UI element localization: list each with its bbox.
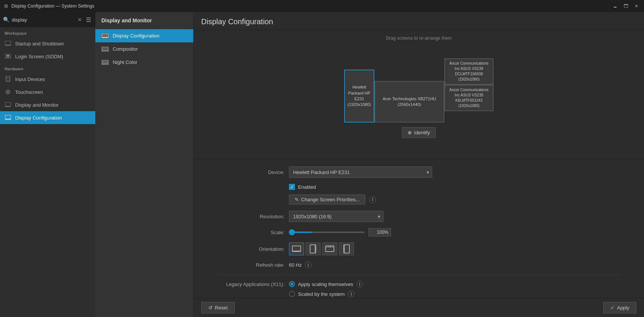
apply-label: Apply [617, 305, 629, 311]
apply-icon: ✓ [610, 305, 615, 311]
change-priorities-label: Change Screen Priorities... [301, 197, 360, 202]
orientation-row: Orientation: [216, 242, 621, 255]
svg-rect-19 [103, 48, 107, 50]
reset-icon: ↺ [208, 305, 213, 311]
monitor-acer-label: Acer Technologies XB271HU(2560x1440) [383, 96, 436, 108]
monitor-ancor2[interactable]: Ancor CommunicationsInc ASUS VS239K6LMTF… [444, 85, 493, 111]
legacy-scaled-by-system-label: Scaled by the system [298, 291, 345, 297]
window-controls: 🗕 🗖 ✕ [611, 2, 641, 10]
svg-point-8 [7, 91, 9, 93]
monitor-acer[interactable]: Acer Technologies XB271HU(2560x1440) [374, 81, 444, 123]
startup-label: Startup and Shutdown [15, 41, 64, 47]
resolution-row: Resolution: 1920x1080 (16:9) 1680x1050 1… [216, 211, 621, 222]
mid-panel-item-display-config[interactable]: Display Configuration [95, 29, 193, 42]
hardware-section-label: Hardware [0, 63, 95, 73]
identify-button[interactable]: ⊕ Identify [402, 127, 436, 138]
mid-display-config-icon [101, 33, 109, 39]
change-priorities-row: ✎ Change Screen Priorities... ℹ [216, 194, 621, 205]
svg-rect-12 [5, 115, 11, 119]
login-label: Login Screen (SDDM) [15, 54, 63, 59]
mid-panel-item-compositor[interactable]: Compositor [95, 42, 193, 56]
scale-slider[interactable] [289, 232, 365, 233]
refresh-rate-value: 60 Hz [289, 262, 302, 268]
sidebar-item-display-config[interactable]: Display Configuration [0, 111, 95, 124]
drag-hint-text: Drag screens to re-arrange them [386, 36, 452, 41]
orientation-landscape-flipped-button[interactable] [322, 242, 337, 255]
reset-button[interactable]: ↺ Reset [201, 302, 235, 314]
minimize-button[interactable]: 🗕 [611, 2, 620, 10]
enabled-label: Enabled [298, 184, 316, 190]
clear-search-icon[interactable]: ✕ [78, 17, 82, 23]
orientation-portrait-ccw-button[interactable] [339, 242, 354, 255]
svg-rect-9 [5, 102, 11, 106]
orientation-label: Orientation: [216, 246, 284, 252]
sidebar-item-touchscreen[interactable]: Touchscreen [0, 85, 95, 98]
svg-rect-15 [102, 34, 109, 37]
change-priorities-info-icon[interactable]: ℹ [369, 196, 376, 203]
identify-label: Identify [414, 130, 430, 135]
resolution-select[interactable]: 1920x1080 (16:9) 1680x1050 1280x1024 102… [289, 211, 383, 222]
scale-value-display: 100% [368, 228, 391, 236]
legacy-scaled-info-icon[interactable]: ℹ [348, 291, 355, 297]
legacy-apply-themselves-info-icon[interactable]: ℹ [356, 281, 363, 287]
login-icon [5, 53, 11, 60]
sidebar-item-startup[interactable]: Startup and Shutdown [0, 37, 95, 50]
monitor-hp-label: HewlettPackard HPE231(1920x1080) [348, 84, 371, 108]
enabled-checkbox[interactable]: ✓ [289, 184, 295, 190]
legacy-apps-label: Legacy Applications (X11): [216, 281, 284, 287]
mid-panel-title: Display and Monitor [95, 12, 193, 29]
device-label: Device: [216, 169, 284, 175]
search-input[interactable] [12, 17, 75, 23]
monitor-ancor1-label: Ancor CommunicationsInc ASUS VS239DCLMTF… [449, 61, 488, 82]
workspace-section-label: Workspace [0, 27, 95, 37]
legacy-apply-themselves-label: Apply scaling themselves [298, 281, 353, 287]
search-icon: 🔍 [3, 17, 9, 23]
refresh-rate-info-icon[interactable]: ℹ [305, 261, 312, 268]
refresh-rate-label: Refresh rate: [216, 262, 284, 268]
display-config-sidebar-icon [5, 114, 11, 121]
monitors-container: HewlettPackard HPE231(1920x1080) Acer Te… [344, 58, 493, 123]
sidebar-search-bar: 🔍 ✕ ☰ [0, 12, 95, 27]
content-header: Display Configuration [194, 12, 644, 30]
page-title: Display Configuration [201, 17, 636, 26]
monitor-ancor-stack: Ancor CommunicationsInc ASUS VS239DCLMTF… [444, 58, 493, 111]
content-panel: Display Configuration Drag screens to re… [194, 12, 644, 317]
refresh-rate-control: 60 Hz ℹ [289, 261, 312, 268]
resolution-control: 1920x1080 (16:9) 1680x1050 1280x1024 102… [289, 211, 383, 222]
maximize-button[interactable]: 🗖 [621, 2, 630, 10]
orientation-normal-button[interactable] [289, 242, 304, 255]
display-monitor-label: Display and Monitor [15, 102, 59, 108]
sidebar-item-input-devices[interactable]: Input Devices [0, 73, 95, 85]
startup-icon [5, 40, 11, 47]
close-button[interactable]: ✕ [632, 2, 641, 10]
display-monitor-icon [5, 101, 11, 108]
monitor-ancor1[interactable]: Ancor CommunicationsInc ASUS VS239DCLMTF… [444, 58, 493, 85]
mid-panel: Display and Monitor Display Configuratio… [95, 12, 194, 317]
apply-button[interactable]: ✓ Apply [603, 302, 636, 314]
pencil-icon: ✎ [295, 197, 299, 202]
device-select[interactable]: Hewlett Packard HP E231 Acer Technologie… [289, 166, 432, 178]
settings-area: Device: Hewlett Packard HP E231 Acer Tec… [194, 159, 644, 298]
change-priorities-button[interactable]: ✎ Change Screen Priorities... [289, 194, 365, 205]
sidebar-item-display-monitor[interactable]: Display and Monitor [0, 98, 95, 111]
window-title: Display Configuration — System Settings [11, 3, 94, 9]
device-select-wrapper: Hewlett Packard HP E231 Acer Technologie… [289, 166, 432, 178]
resolution-label: Resolution: [216, 214, 284, 219]
sidebar-item-login[interactable]: Login Screen (SDDM) [0, 50, 95, 63]
enabled-row: ✓ Enabled [216, 184, 621, 190]
scale-control: 100% [289, 228, 391, 236]
touchscreen-icon [5, 89, 11, 95]
legacy-apply-themselves-radio[interactable] [289, 281, 295, 287]
orientation-portrait-cw-button[interactable] [306, 242, 321, 255]
scale-row: Scale: 100% [216, 228, 621, 236]
monitor-ancor2-label: Ancor CommunicationsInc ASUS VS239K6LMTF… [449, 87, 488, 109]
sidebar-menu-button[interactable]: ☰ [84, 14, 92, 25]
legacy-apply-themselves-row: Apply scaling themselves ℹ [289, 281, 363, 287]
monitor-hp[interactable]: HewlettPackard HPE231(1920x1080) [344, 70, 374, 123]
mid-compositor-icon [101, 47, 109, 52]
identify-icon: ⊕ [408, 130, 412, 135]
resolution-select-wrapper: 1920x1080 (16:9) 1680x1050 1280x1024 102… [289, 211, 383, 222]
svg-rect-4 [6, 55, 9, 57]
mid-panel-item-night-color[interactable]: Night Color [95, 56, 193, 69]
legacy-scaled-by-system-radio[interactable] [289, 291, 295, 297]
